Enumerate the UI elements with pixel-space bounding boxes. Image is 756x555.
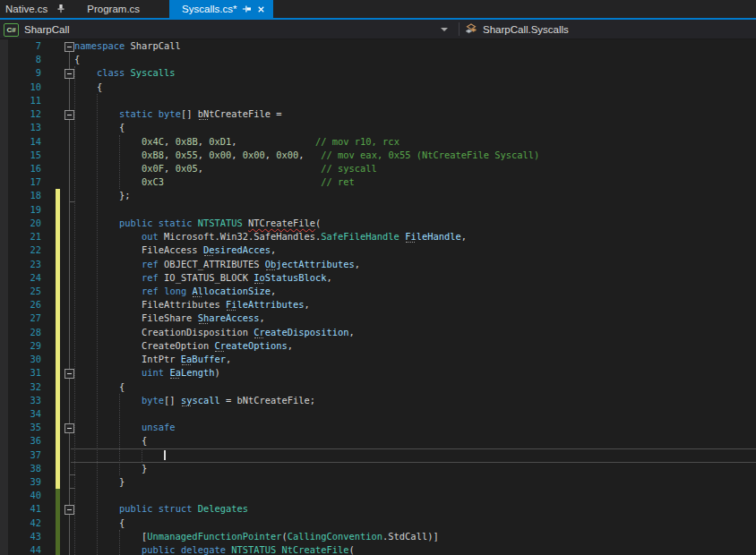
code-line: public struct Delegates xyxy=(74,502,248,516)
code-token: struct xyxy=(159,503,193,514)
line-number: 37 xyxy=(8,448,41,462)
line-number: 24 xyxy=(8,271,41,285)
code-line: } xyxy=(74,462,147,475)
code-token: 0x55 xyxy=(176,149,198,160)
line-number: 19 xyxy=(8,203,41,217)
code-editor[interactable]: 7namespace SharpCall8{9 class Syscalls10… xyxy=(0,39,756,555)
change-track-bar-saved xyxy=(56,489,60,555)
line-number: 7 xyxy=(8,39,41,53)
code-token: unsafe xyxy=(142,422,176,432)
code-line: 0x0F, 0x05, // syscall xyxy=(74,162,377,175)
fold-end-tick xyxy=(70,201,75,202)
code-token: , xyxy=(271,244,276,255)
code-line: IntPtr EaBuffer, xyxy=(74,353,231,366)
code-line: [UnmanagedFunctionPointer(CallingConvent… xyxy=(74,530,439,543)
code-token xyxy=(164,176,321,187)
code-token: static xyxy=(159,218,193,228)
code-token xyxy=(74,544,142,555)
code-token: , xyxy=(164,136,176,147)
line-number: 21 xyxy=(8,230,41,243)
code-token: OBJECT_ATTRIBUTES xyxy=(159,259,265,269)
code-token: // ret xyxy=(321,176,355,187)
fold-collapse-button[interactable] xyxy=(64,42,74,52)
line-number: 27 xyxy=(8,312,41,325)
code-token: , xyxy=(164,163,176,174)
line-number: 34 xyxy=(8,407,41,421)
code-token xyxy=(74,422,142,432)
code-token xyxy=(74,149,142,160)
code-token: , xyxy=(327,272,332,283)
line-number: 22 xyxy=(8,243,41,257)
tab-syscalls-cs[interactable]: Syscalls.cs* xyxy=(169,0,273,18)
code-token: [] xyxy=(181,108,198,119)
close-icon[interactable] xyxy=(256,4,266,14)
current-line-highlight xyxy=(71,448,756,463)
code-token: ( xyxy=(349,544,355,555)
code-token: namespace xyxy=(74,40,125,51)
code-token: FileShare xyxy=(74,312,198,323)
code-token: CreationDisposition xyxy=(74,327,253,337)
fold-collapse-button[interactable] xyxy=(64,423,74,433)
code-line: { xyxy=(74,380,125,394)
code-token: public xyxy=(119,503,153,514)
navigation-bar: C# SharpCall SharpCall.Syscalls xyxy=(0,20,756,39)
line-number: 18 xyxy=(8,189,41,202)
code-token: } xyxy=(74,463,147,474)
breakpoint-margin[interactable] xyxy=(0,39,8,555)
code-line: FileShare ShareAccess, xyxy=(74,312,265,325)
code-token: , xyxy=(259,312,264,323)
line-number: 26 xyxy=(8,298,41,312)
line-number: 32 xyxy=(8,380,41,394)
fold-collapse-button[interactable] xyxy=(64,505,74,515)
pin-icon[interactable] xyxy=(241,4,252,14)
project-dropdown[interactable]: C# SharpCall xyxy=(4,20,455,39)
project-name: SharpCall xyxy=(24,24,70,35)
code-token: { xyxy=(74,435,147,446)
code-token: , xyxy=(349,327,355,337)
code-token: NtCreateFile xyxy=(282,544,349,555)
code-token: ref xyxy=(142,259,159,269)
code-token: IO_STATUS_BLOCK xyxy=(159,272,253,283)
code-token: { xyxy=(74,517,125,528)
csharp-project-icon: C# xyxy=(4,23,19,37)
code-token: FileAttributes xyxy=(226,299,305,310)
line-number: 9 xyxy=(8,66,41,80)
code-line: { xyxy=(74,517,125,530)
type-dropdown[interactable]: SharpCall.Syscalls xyxy=(465,20,569,39)
code-token: DesiredAcces xyxy=(203,244,271,255)
fold-collapse-button[interactable] xyxy=(64,110,74,120)
line-number: 20 xyxy=(8,217,41,230)
line-number: 12 xyxy=(8,107,41,121)
line-number: 36 xyxy=(8,434,41,448)
code-token: 0xC3 xyxy=(142,176,164,187)
navbar-separator xyxy=(459,22,460,36)
code-token: , xyxy=(355,259,360,269)
code-token: // syscall xyxy=(321,163,377,174)
code-token: EaBuffer xyxy=(181,354,226,364)
code-token: 0xD1 xyxy=(209,136,231,147)
chevron-down-icon[interactable] xyxy=(441,28,448,31)
code-line: 0xB8, 0x55, 0x00, 0x00, 0x00, // mov eax… xyxy=(74,149,539,162)
class-icon xyxy=(465,23,477,36)
pin-icon[interactable] xyxy=(56,4,66,14)
fold-collapse-button[interactable] xyxy=(64,69,74,79)
line-number: 14 xyxy=(8,135,41,149)
code-token: , xyxy=(231,149,243,160)
code-line: class Syscalls xyxy=(74,66,176,80)
tab-native-cs[interactable]: Native.cs xyxy=(0,0,74,18)
code-token: long xyxy=(164,286,186,296)
line-number: 28 xyxy=(8,326,41,339)
code-line: CreateOption CreateOptions, xyxy=(74,339,293,353)
tab-program-cs[interactable]: Program.cs xyxy=(74,0,169,18)
code-line: { xyxy=(74,121,125,134)
fold-collapse-button[interactable] xyxy=(64,369,74,379)
code-token: static xyxy=(119,108,153,119)
code-token: AllocationSize xyxy=(192,286,271,296)
code-token xyxy=(74,272,142,283)
code-token xyxy=(74,286,142,296)
line-number: 42 xyxy=(8,517,41,530)
type-path: SharpCall.Syscalls xyxy=(483,24,569,35)
code-token: // mov r10, rcx xyxy=(315,136,399,147)
code-line: ref OBJECT_ATTRIBUTES ObjectAttributes, xyxy=(74,258,360,271)
code-token: CreateDisposition xyxy=(253,327,348,337)
